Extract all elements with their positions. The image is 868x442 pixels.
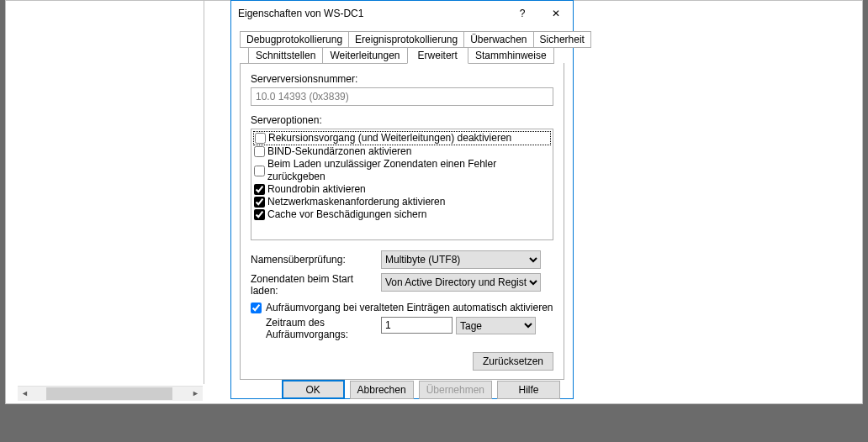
name-checking-select[interactable]: Multibyte (UTF8) xyxy=(381,250,541,269)
horizontal-scrollbar[interactable]: ◄ ► xyxy=(18,386,203,401)
option-label: Beim Laden unzulässiger Zonendaten einen… xyxy=(267,158,550,183)
zone-load-select[interactable]: Von Active Directory und Registrierung xyxy=(381,273,541,292)
close-icon: ✕ xyxy=(552,8,560,19)
option-round-robin[interactable]: Roundrobin aktivieren xyxy=(253,183,551,196)
parent-panel xyxy=(17,1,204,384)
zone-load-label: Zonendaten beim Start laden: xyxy=(251,273,381,297)
option-bind-secondaries-checkbox[interactable] xyxy=(254,146,265,157)
tab-control: Debugprotokollierung Ereignisprotokollie… xyxy=(240,31,564,380)
close-button[interactable]: ✕ xyxy=(539,1,573,26)
option-fail-on-bad-zone-checkbox[interactable] xyxy=(254,166,265,176)
option-label: Cache vor Beschädigungen sichern xyxy=(267,208,426,221)
option-secure-cache-checkbox[interactable] xyxy=(254,209,265,220)
help-icon: ? xyxy=(520,8,526,19)
version-field: 10.0 14393 (0x3839) xyxy=(251,87,553,106)
option-secure-cache[interactable]: Cache vor Beschädigungen sichern xyxy=(253,208,551,221)
help-button[interactable]: ? xyxy=(505,1,539,26)
option-netmask-ordering-checkbox[interactable] xyxy=(254,197,265,208)
option-disable-recursion-checkbox[interactable] xyxy=(255,133,266,144)
tab-root-hints[interactable]: Stammhinweise xyxy=(468,47,554,64)
name-checking-label: Namensüberprüfung: xyxy=(251,254,381,266)
option-label: Rekursionsvorgang (und Weiterleitungen) … xyxy=(268,132,511,145)
option-disable-recursion[interactable]: Rekursionsvorgang (und Weiterleitungen) … xyxy=(254,132,550,145)
reset-button[interactable]: Zurücksetzen xyxy=(473,352,553,371)
option-label: Netzwerkmaskenanforderung aktivieren xyxy=(267,196,445,208)
option-round-robin-checkbox[interactable] xyxy=(254,184,265,195)
dialog-button-row: OK Abbrechen Übernehmen Hilfe xyxy=(231,380,573,408)
scavenging-checkbox-row[interactable]: Aufräumvorgang bei veralteten Einträgen … xyxy=(251,302,553,313)
desktop-background: ◄ ► Eigenschaften von WS-DC1 ? ✕ Debugpr… xyxy=(0,0,868,442)
help-button-bottom[interactable]: Hilfe xyxy=(497,381,560,399)
tab-forwarders[interactable]: Weiterleitungen xyxy=(322,47,407,64)
tab-debug-logging[interactable]: Debugprotokollierung xyxy=(240,31,349,48)
ok-button[interactable]: OK xyxy=(282,380,345,399)
scavenging-label: Aufräumvorgang bei veralteten Einträgen … xyxy=(266,302,553,313)
tab-interfaces[interactable]: Schnittstellen xyxy=(248,47,323,64)
scrollbar-thumb[interactable] xyxy=(46,387,172,400)
scroll-left-icon[interactable]: ◄ xyxy=(18,387,32,401)
tab-security[interactable]: Sicherheit xyxy=(533,31,591,48)
option-label: Roundrobin aktivieren xyxy=(267,183,366,196)
version-label: Serverversionsnummer: xyxy=(251,73,553,85)
apply-button[interactable]: Übernehmen xyxy=(419,381,492,399)
tab-event-logging[interactable]: Ereignisprotokollierung xyxy=(348,31,464,48)
option-bind-secondaries[interactable]: BIND-Sekundärzonen aktivieren xyxy=(253,145,551,158)
server-options-list[interactable]: Rekursionsvorgang (und Weiterleitungen) … xyxy=(251,129,553,240)
cancel-button[interactable]: Abbrechen xyxy=(350,381,414,399)
scroll-right-icon[interactable]: ► xyxy=(188,387,203,401)
dialog-titlebar[interactable]: Eigenschaften von WS-DC1 ? ✕ xyxy=(231,1,573,26)
dialog-title: Eigenschaften von WS-DC1 xyxy=(238,8,505,19)
option-fail-on-bad-zone[interactable]: Beim Laden unzulässiger Zonendaten einen… xyxy=(253,158,551,183)
scavenging-period-label: Zeitraum des Aufräumvorgangs: xyxy=(266,317,381,340)
server-options-label: Serveroptionen: xyxy=(251,114,553,126)
scavenging-checkbox[interactable] xyxy=(251,303,262,313)
option-netmask-ordering[interactable]: Netzwerkmaskenanforderung aktivieren xyxy=(253,196,551,208)
tab-advanced-panel: Serverversionsnummer: 10.0 14393 (0x3839… xyxy=(240,63,564,380)
scavenging-period-input[interactable] xyxy=(381,317,453,334)
scavenging-period-unit[interactable]: Tage xyxy=(456,317,536,334)
option-label: BIND-Sekundärzonen aktivieren xyxy=(267,145,411,158)
properties-dialog: Eigenschaften von WS-DC1 ? ✕ Debugprotok… xyxy=(230,0,574,399)
tab-advanced[interactable]: Erweitert xyxy=(407,47,468,64)
tab-monitoring[interactable]: Überwachen xyxy=(463,31,533,48)
